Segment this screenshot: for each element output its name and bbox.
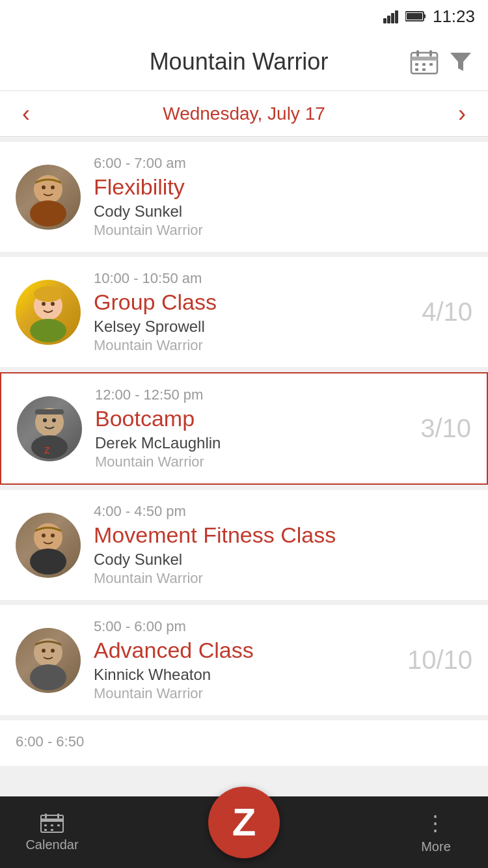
svg-rect-12: [422, 63, 426, 66]
svg-rect-2: [391, 13, 394, 23]
svg-rect-10: [429, 50, 432, 57]
class-instructor: Cody Sunkel: [94, 550, 472, 569]
class-instructor: Kinnick Wheaton: [94, 666, 394, 684]
svg-point-33: [30, 549, 66, 575]
header-actions: [410, 49, 472, 75]
svg-point-34: [42, 534, 46, 537]
svg-rect-11: [415, 63, 418, 66]
class-location: Mountain Warrior: [94, 222, 472, 239]
class-instructor: Derek McLaughlin: [95, 434, 407, 452]
class-capacity: 3/10: [420, 414, 471, 443]
calendar-icon[interactable]: [410, 49, 439, 75]
svg-point-38: [42, 649, 46, 653]
svg-point-19: [42, 185, 46, 189]
svg-point-18: [30, 200, 66, 226]
svg-rect-5: [424, 14, 426, 18]
svg-point-39: [51, 649, 55, 653]
avatar-kinnick-wheaton: [16, 628, 81, 693]
class-time: 6:00 - 7:00 am: [94, 155, 472, 172]
avatar-derek-mclaughlin: Z: [17, 396, 82, 461]
avatar-kelsey-sprowell: [16, 280, 81, 345]
app-header: Mountain Warrior: [0, 33, 488, 91]
svg-rect-48: [51, 829, 53, 831]
svg-rect-41: [41, 819, 63, 822]
class-card-group-class[interactable]: 10:00 - 10:50 am Group Class Kelsey Spro…: [0, 257, 488, 367]
svg-rect-30: [35, 409, 64, 414]
svg-text:Z: Z: [44, 445, 50, 455]
class-location: Mountain Warrior: [94, 685, 394, 702]
class-card-advanced-class[interactable]: 5:00 - 6:00 pm Advanced Class Kinnick Wh…: [0, 605, 488, 715]
calendar-nav-label: Calendar: [25, 837, 78, 852]
svg-point-23: [42, 302, 46, 306]
svg-rect-0: [383, 18, 386, 23]
svg-point-35: [51, 534, 55, 537]
class-card-bootcamp[interactable]: Z 12:00 - 12:50 pm Bootcamp Derek McLaug…: [0, 372, 488, 485]
class-time: 4:00 - 4:50 pm: [94, 503, 472, 520]
svg-rect-6: [407, 13, 422, 20]
z-logo-button[interactable]: Z: [208, 787, 280, 858]
filter-icon[interactable]: [449, 50, 472, 74]
class-instructor: Kelsey Sprowell: [94, 318, 409, 336]
svg-rect-1: [387, 16, 390, 23]
svg-point-28: [43, 418, 47, 422]
svg-rect-14: [415, 68, 418, 71]
signal-icon: [383, 9, 401, 23]
class-location: Mountain Warrior: [94, 337, 409, 354]
svg-rect-43: [57, 813, 59, 819]
class-name: Group Class: [94, 290, 409, 315]
class-info-advanced-class: 5:00 - 6:00 pm Advanced Class Kinnick Wh…: [94, 618, 394, 702]
class-name: Bootcamp: [95, 406, 407, 431]
battery-icon: [405, 10, 426, 22]
current-date: Wednesday, July 17: [163, 103, 325, 124]
svg-marker-16: [450, 53, 471, 71]
class-time: 10:00 - 10:50 am: [94, 270, 409, 287]
date-navigation: ‹ Wednesday, July 17 ›: [0, 91, 488, 137]
svg-rect-9: [416, 50, 419, 57]
class-name: Flexibility: [94, 174, 472, 200]
class-list: 6:00 - 7:00 am Flexibility Cody Sunkel M…: [0, 142, 488, 766]
class-card-movement-fitness[interactable]: 4:00 - 4:50 pm Movement Fitness Class Co…: [0, 490, 488, 600]
time-display: 11:23: [433, 7, 475, 27]
class-info-group-class: 10:00 - 10:50 am Group Class Kelsey Spro…: [94, 270, 409, 354]
svg-point-29: [52, 418, 56, 422]
partial-class-card: 6:00 - 6:50: [0, 720, 488, 766]
class-capacity: 4/10: [422, 297, 472, 327]
more-nav-label: More: [421, 839, 451, 854]
svg-point-20: [51, 185, 55, 189]
avatar-cody-sunkel: [16, 165, 81, 230]
class-capacity: 10/10: [407, 645, 472, 675]
svg-rect-44: [44, 824, 47, 826]
svg-rect-15: [422, 68, 426, 71]
svg-rect-47: [44, 829, 47, 831]
class-info-bootcamp: 12:00 - 12:50 pm Bootcamp Derek McLaughl…: [95, 387, 407, 470]
class-card-flexibility[interactable]: 6:00 - 7:00 am Flexibility Cody Sunkel M…: [0, 142, 488, 252]
more-dots-icon: ⋮: [425, 811, 447, 835]
class-name: Advanced Class: [94, 638, 394, 663]
status-icons: [383, 9, 426, 23]
svg-rect-3: [395, 10, 398, 23]
calendar-nav-icon: [40, 813, 64, 834]
svg-point-37: [30, 664, 66, 690]
z-logo-text: Z: [232, 803, 256, 842]
bottom-navigation: Calendar Z ⋮ More: [0, 796, 488, 868]
svg-rect-13: [429, 63, 433, 66]
class-time: 5:00 - 6:00 pm: [94, 618, 394, 635]
partial-class-time: 6:00 - 6:50: [16, 733, 472, 750]
class-time: 12:00 - 12:50 pm: [95, 387, 407, 403]
svg-rect-42: [45, 813, 47, 819]
class-name: Movement Fitness Class: [94, 522, 472, 548]
class-info-flexibility: 6:00 - 7:00 am Flexibility Cody Sunkel M…: [94, 155, 472, 239]
class-info-movement-fitness: 4:00 - 4:50 pm Movement Fitness Class Co…: [94, 503, 472, 587]
page-title: Mountain Warrior: [68, 48, 410, 75]
prev-date-button[interactable]: ‹: [16, 100, 36, 128]
avatar-cody-sunkel-2: [16, 513, 81, 578]
svg-point-22: [30, 319, 66, 342]
next-date-button[interactable]: ›: [452, 100, 472, 128]
status-bar: 11:23: [0, 0, 488, 33]
nav-more[interactable]: ⋮ More: [403, 811, 468, 854]
svg-rect-45: [51, 824, 53, 826]
nav-calendar[interactable]: Calendar: [20, 813, 85, 852]
class-location: Mountain Warrior: [95, 454, 407, 470]
class-instructor: Cody Sunkel: [94, 202, 472, 221]
svg-point-24: [51, 302, 55, 306]
